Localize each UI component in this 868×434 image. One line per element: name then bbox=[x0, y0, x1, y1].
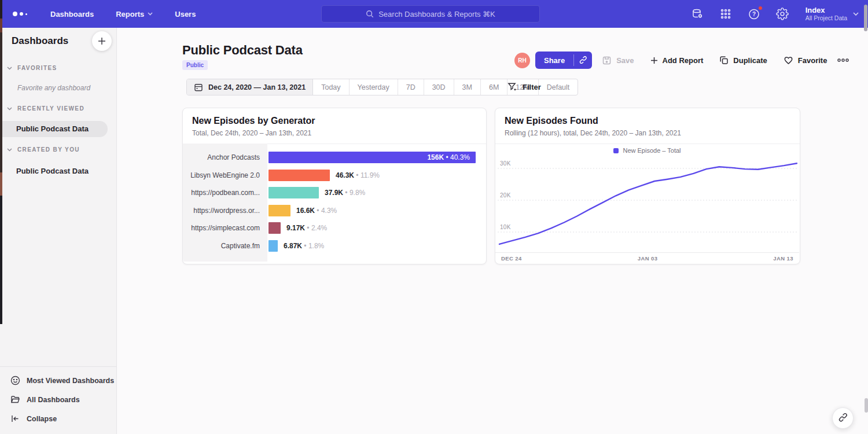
date-preset-button[interactable]: Default bbox=[539, 79, 578, 95]
filter-funnel-icon bbox=[507, 82, 517, 92]
bar-row: Libsyn WebEngine 2.046.3K • 11.9% bbox=[183, 167, 486, 185]
bar-value-label: 9.17K • 2.4% bbox=[286, 224, 327, 232]
date-range-label: Dec 24, 2020 — Jan 13, 2021 bbox=[208, 83, 306, 91]
bar-category-label: Libsyn WebEngine 2.0 bbox=[183, 171, 267, 179]
share-button-group: Share bbox=[535, 52, 592, 69]
chevron-down-icon bbox=[853, 12, 859, 16]
bar-category-label: https://wordpress.or... bbox=[183, 207, 267, 215]
date-preset-button[interactable]: 6M bbox=[481, 79, 507, 95]
section-label: CREATED BY YOU bbox=[17, 146, 80, 153]
scrollbar-thumb[interactable] bbox=[864, 5, 867, 31]
nav-item-label: Dashboards bbox=[50, 10, 94, 19]
sidebar-item-public-podcast-data[interactable]: Public Podcast Data bbox=[16, 167, 89, 175]
project-name: Index bbox=[806, 6, 847, 14]
chart-subtitle: Rolling (12 hours), total, Dec 24th, 202… bbox=[505, 129, 790, 137]
bar-chart-canvas[interactable]: Anchor Podcasts156K • 40.3%Libsyn WebEng… bbox=[183, 144, 486, 263]
line-chart-plot[interactable] bbox=[498, 157, 799, 254]
duplicate-icon bbox=[719, 56, 729, 65]
apps-grid-icon[interactable] bbox=[719, 8, 732, 20]
nav-item-label: Users bbox=[175, 10, 196, 19]
sidebar-section-favorites[interactable]: FAVORITES bbox=[0, 65, 116, 71]
date-preset-button[interactable]: 3M bbox=[454, 79, 481, 95]
nav-item[interactable]: Dashboards bbox=[50, 10, 94, 19]
bar-segment[interactable] bbox=[269, 170, 330, 181]
project-subtitle: All Project Data bbox=[806, 14, 847, 22]
svg-text:?: ? bbox=[752, 11, 756, 17]
scrollbar-thumb[interactable] bbox=[865, 398, 868, 413]
legend-label: New Episode – Total bbox=[623, 147, 681, 154]
bar-segment[interactable] bbox=[269, 187, 319, 198]
link-icon bbox=[579, 56, 587, 65]
bar-row: https://podbean.com...37.9K • 9.8% bbox=[183, 184, 486, 202]
date-preset-button[interactable]: Yesterday bbox=[350, 79, 398, 95]
bar-row: https://simplecast.com9.17K • 2.4% bbox=[183, 219, 486, 237]
card-new-episodes-by-generator: New Episodes by Generator Total, Dec 24t… bbox=[182, 108, 487, 264]
bar-segment[interactable] bbox=[269, 205, 290, 216]
sidebar-section-recently-viewed[interactable]: RECENTLY VIEWED bbox=[0, 105, 116, 112]
legend-swatch bbox=[613, 148, 619, 153]
bar-category-label: Captivate.fm bbox=[183, 242, 267, 250]
bar-segment[interactable] bbox=[269, 240, 278, 252]
filter-button[interactable]: Filter bbox=[507, 82, 541, 92]
line-chart-canvas[interactable]: New Episode – Total 10K20K30K DEC 24 JAN… bbox=[495, 144, 799, 263]
plus-icon bbox=[98, 37, 106, 45]
bar-track: 156K • 40.3% bbox=[269, 152, 486, 163]
calendar-icon bbox=[194, 83, 203, 92]
data-source-icon[interactable] bbox=[691, 8, 704, 20]
favorite-label: Favorite bbox=[798, 56, 827, 65]
bar-track: 6.87K • 1.8% bbox=[269, 240, 486, 252]
most-viewed-dashboards-button[interactable]: Most Viewed Dashboards bbox=[0, 371, 116, 390]
new-dashboard-button[interactable] bbox=[92, 31, 112, 51]
search-input[interactable]: Search Dashboards & Reports ⌘K bbox=[321, 5, 540, 23]
floating-copy-link-button[interactable] bbox=[832, 407, 854, 429]
card-header: New Episodes Found Rolling (12 hours), t… bbox=[495, 108, 800, 144]
save-button[interactable]: Save bbox=[602, 56, 634, 65]
chevron-down-icon bbox=[7, 107, 12, 111]
header-actions: RH Share Save Add Report Duplicate Favor… bbox=[514, 52, 849, 69]
app-logo-icon[interactable] bbox=[13, 12, 27, 16]
nav-item[interactable]: Reports bbox=[116, 10, 153, 19]
sidebar-item-public-podcast-data-selected[interactable]: Public Podcast Data bbox=[0, 121, 108, 137]
sidebar-title: Dashboards bbox=[12, 35, 68, 47]
search-placeholder: Search Dashboards & Reports ⌘K bbox=[378, 10, 495, 19]
chart-title[interactable]: New Episodes Found bbox=[505, 116, 790, 126]
x-axis-tick-label: JAN 03 bbox=[638, 255, 658, 262]
sidebar-footer: Most Viewed Dashboards All Dashboards Co… bbox=[0, 366, 116, 434]
main-nav: Dashboards Reports Users bbox=[50, 10, 196, 19]
bar-track: 46.3K • 11.9% bbox=[269, 170, 486, 181]
all-dashboards-button[interactable]: All Dashboards bbox=[0, 390, 116, 409]
bar-value-label: 16.6K • 4.3% bbox=[296, 207, 337, 215]
chevron-down-icon bbox=[148, 12, 153, 16]
section-label: FAVORITES bbox=[17, 65, 57, 71]
favorite-button[interactable]: Favorite bbox=[784, 56, 827, 65]
bar-track: 16.6K • 4.3% bbox=[269, 205, 486, 216]
date-preset-button[interactable]: 30D bbox=[424, 79, 454, 95]
chart-title[interactable]: New Episodes by Generator bbox=[192, 116, 477, 126]
help-icon[interactable]: ? bbox=[748, 8, 760, 20]
bar-segment[interactable] bbox=[269, 222, 281, 234]
more-options-button[interactable] bbox=[837, 58, 849, 62]
settings-icon[interactable] bbox=[776, 8, 789, 20]
share-button[interactable]: Share bbox=[535, 52, 573, 69]
chart-legend: New Episode – Total bbox=[495, 147, 799, 154]
add-report-label: Add Report bbox=[663, 56, 704, 65]
legend-item[interactable]: New Episode – Total bbox=[613, 147, 681, 154]
duplicate-button[interactable]: Duplicate bbox=[719, 56, 767, 65]
add-report-button[interactable]: Add Report bbox=[650, 56, 704, 65]
bar-rows: Anchor Podcasts156K • 40.3%Libsyn WebEng… bbox=[183, 149, 486, 255]
background-window-edge bbox=[0, 0, 2, 324]
date-range-picker[interactable]: Dec 24, 2020 — Jan 13, 2021 bbox=[187, 79, 313, 95]
chevron-down-icon bbox=[7, 148, 12, 152]
public-badge: Public bbox=[182, 60, 208, 70]
nav-item[interactable]: Users bbox=[175, 10, 196, 19]
collapse-sidebar-button[interactable]: Collapse bbox=[0, 409, 116, 428]
sidebar: Dashboards FAVORITES Favorite any dashbo… bbox=[0, 28, 117, 434]
save-icon bbox=[602, 56, 612, 65]
date-preset-button[interactable]: 7D bbox=[398, 79, 424, 95]
bar-track: 37.9K • 9.8% bbox=[269, 187, 486, 198]
date-preset-button[interactable]: Today bbox=[313, 79, 349, 95]
avatar[interactable]: RH bbox=[514, 53, 530, 68]
copy-link-button[interactable] bbox=[574, 52, 592, 69]
sidebar-section-created-by-you[interactable]: CREATED BY YOU bbox=[0, 146, 116, 153]
project-switcher[interactable]: Index All Project Data bbox=[806, 6, 859, 22]
